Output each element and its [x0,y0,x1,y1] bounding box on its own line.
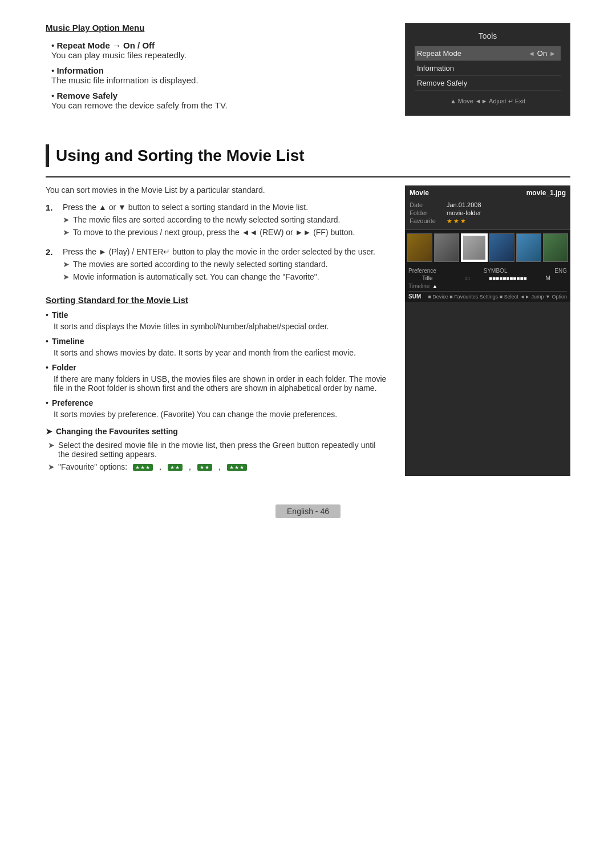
thumb-3 [461,233,487,262]
thumb-1 [407,233,432,262]
step-1-content: Press the ▲ or ▼ button to select a sort… [63,203,388,239]
step-1-sub-1-text: To move to the previous / next group, pr… [73,228,355,237]
timeline-arrow: ▲ [432,283,437,289]
timeline-label: Timeline [408,283,429,289]
sort-col-m: M [529,275,568,281]
sorting-heading: Sorting Standard for the Movie List [46,295,388,305]
fav-icon-4: ★★★ [227,464,247,471]
section-border [46,176,570,177]
thumb-inner-3 [462,235,486,261]
sort-timeline-text: It sorts and shows movies by date. It so… [54,348,388,357]
thumb-inner-2 [435,234,459,261]
tools-repeat-label: Repeat Mode [417,49,526,58]
favourites-heading-row: ➤ Changing the Favourites setting [46,427,388,436]
top-section: Music Play Option Menu Repeat Mode → On … [46,23,570,116]
fav-key: Favourite [410,217,441,225]
pref-label-1: SYMBOL [484,268,508,274]
sort-timeline-label: Timeline [52,337,84,346]
movie-right-label: movie_1.jpg [526,189,566,197]
tools-panel: Tools Repeat Mode ◄ On ► Information Rem… [405,23,570,116]
main-text-column: You can sort movies in the Movie List by… [46,185,388,476]
movie-panel: Movie movie_1.jpg Date Jan.01.2008 Folde… [405,185,570,476]
page-wrapper: Music Play Option Menu Repeat Mode → On … [0,0,616,552]
fav-sub-1-text: "Favourite" options: [58,462,127,473]
intro-text: You can sort movies in the Movie List by… [46,185,388,195]
section-divider: Using and Sorting the Movie List [46,144,570,167]
dot-folder: • [46,363,48,372]
step-2-content: Press the ► (Play) / ENTER↵ button to pl… [63,247,388,284]
fav-icon-2: ★★ [168,464,183,471]
tools-info-label: Information [417,64,558,72]
step-2-sub-0: ➤ The movies are sorted according to the… [63,260,388,269]
sort-col-title: Title [408,275,447,281]
arrow-sym-1: ➤ [63,228,70,237]
repeat-mode-item: Repeat Mode → On / Off You can play musi… [46,41,388,60]
folder-val: movie-folder [447,209,481,216]
folder-key: Folder [410,209,441,216]
step-2-sub-1: ➤ Movie information is automatically set… [63,272,388,281]
movie-top-bar: Movie movie_1.jpg [405,185,570,199]
sort-preference-item: • Preference It sorts movies by preferen… [46,398,388,419]
thumb-5 [516,233,541,262]
thumb-4 [489,233,514,262]
fav-icon-1: ★★★ [133,464,153,471]
star-1: ★ [447,217,452,225]
sort-title-item: • Title It sorts and displays the Movie … [46,310,388,331]
music-menu-title: Music Play Option Menu [46,23,388,33]
remove-safely-text: You can remove the device safely from th… [51,100,228,110]
sort-preference-label: Preference [52,398,93,407]
pref-label-2: ENG [554,268,567,274]
date-key: Date [410,201,441,208]
star-2: ★ [453,217,459,225]
right-arrow-icon: ► [549,50,556,58]
pref-row: Preference SYMBOL ENG [408,268,567,274]
movie-left-label: Movie [410,189,429,197]
step-1-sub-0-text: The movie files are sorted according to … [73,215,340,224]
step-1-text: Press the ▲ or ▼ button to select a sort… [63,203,308,212]
fav-icon-3: ★★ [197,464,212,471]
arrow-sym-fav-0: ➤ [48,441,55,459]
bottom-bar-text: ■ Device ■ Favourites Settings ■ Select … [428,294,567,300]
fav-stars: ★ ★ ★ [447,217,466,225]
sort-folder-item: • Folder If there are many folders in US… [46,363,388,393]
movie-fav-row: Favourite ★ ★ ★ [410,217,566,225]
sum-label: SUM [408,293,421,300]
section-title: Using and Sorting the Movie List [56,147,305,165]
left-arrow-icon: ◄ [528,50,535,58]
dot-timeline: • [46,337,48,346]
sort-title-text: It sorts and displays the Movie titles i… [54,322,388,331]
thumb-inner-6 [544,234,568,261]
movie-controls: Preference SYMBOL ENG Title □ ■■■■■■■■■■… [405,265,570,302]
tools-row-repeat: Repeat Mode ◄ On ► [415,46,561,61]
thumb-2 [434,233,459,262]
step-1-sub-0: ➤ The movie files are sorted according t… [63,215,388,224]
step-2-text: Press the ► (Play) / ENTER↵ button to pl… [63,247,375,256]
sort-bar: Title □ ■■■■■■■■■■■ M [408,275,567,281]
movie-folder-row: Folder movie-folder [410,209,566,216]
sort-col-main: ■■■■■■■■■■■ [489,275,527,281]
pref-label-0: Preference [408,268,436,274]
arrow-sym-2: ➤ [63,260,70,269]
movie-info-section: Date Jan.01.2008 Folder movie-folder Fav… [405,199,570,230]
tools-row-remove: Remove Safely [415,76,561,91]
arrow-sym-0: ➤ [63,215,70,224]
step-1: 1. Press the ▲ or ▼ button to select a s… [46,203,388,239]
step-1-sub-1: ➤ To move to the previous / next group, … [63,228,388,237]
fav-sub-0: ➤ Select the desired movie file in the m… [46,441,388,459]
information-item: Information The music file information i… [46,66,388,85]
repeat-mode-label: Repeat Mode → On / Off [56,41,155,50]
tools-row-info: Information [415,61,561,76]
date-val: Jan.01.2008 [447,201,481,208]
repeat-mode-text: You can play music files repeatedly. [51,50,187,60]
thumb-inner-1 [408,234,432,261]
page-badge: English - 46 [275,504,341,518]
arrow-sym-3: ➤ [63,272,70,281]
thumb-6 [543,233,568,262]
tools-footer: ▲ Move ◄► Adjust ↵ Exit [415,98,561,105]
main-content-area: You can sort movies in the Movie List by… [46,185,570,476]
sort-timeline-item: • Timeline It sorts and shows movies by … [46,337,388,357]
step-1-num: 1. [46,203,57,239]
step-2-sub-1-text: Movie information is automatically set. … [73,272,319,281]
fav-sub-1: ➤ "Favourite" options: ★★★ ， ★★ ， ★★ ， ★… [46,462,388,473]
sort-folder-text: If there are many folders in USB, the mo… [54,374,388,393]
